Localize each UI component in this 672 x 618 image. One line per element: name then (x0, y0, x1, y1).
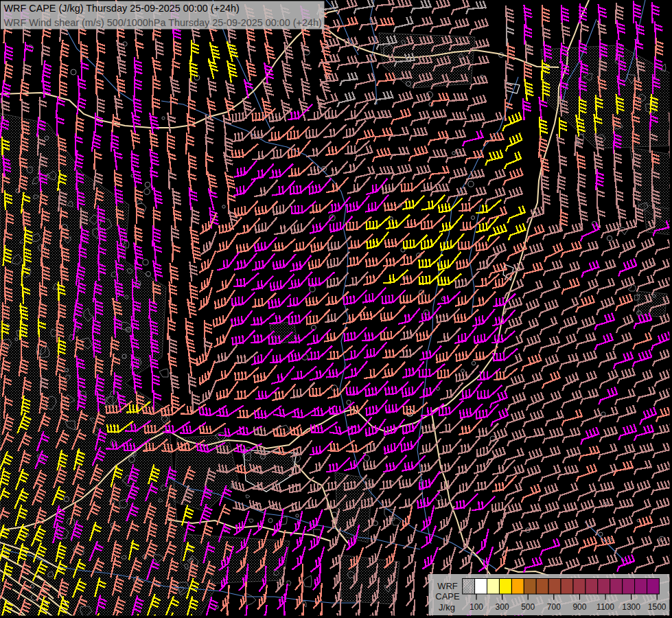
svg-text:WRF: WRF (437, 581, 458, 591)
svg-text:J/kg: J/kg (439, 602, 455, 613)
svg-text:1500: 1500 (648, 602, 667, 612)
svg-text:300: 300 (496, 602, 509, 612)
svg-text:1300: 1300 (622, 602, 640, 612)
svg-text:100: 100 (470, 602, 483, 612)
svg-text:WRF Wind shear (m/s) 500/1000h: WRF Wind shear (m/s) 500/1000hPa Thursda… (4, 17, 322, 28)
svg-text:500: 500 (521, 602, 535, 612)
svg-text:WRF CAPE (J/kg) Thursday 25-09: WRF CAPE (J/kg) Thursday 25-09-2025 00:0… (4, 3, 240, 14)
svg-text:700: 700 (547, 602, 561, 612)
svg-text:1100: 1100 (596, 602, 614, 612)
svg-text:900: 900 (572, 602, 586, 612)
svg-text:CAPE: CAPE (435, 591, 460, 602)
